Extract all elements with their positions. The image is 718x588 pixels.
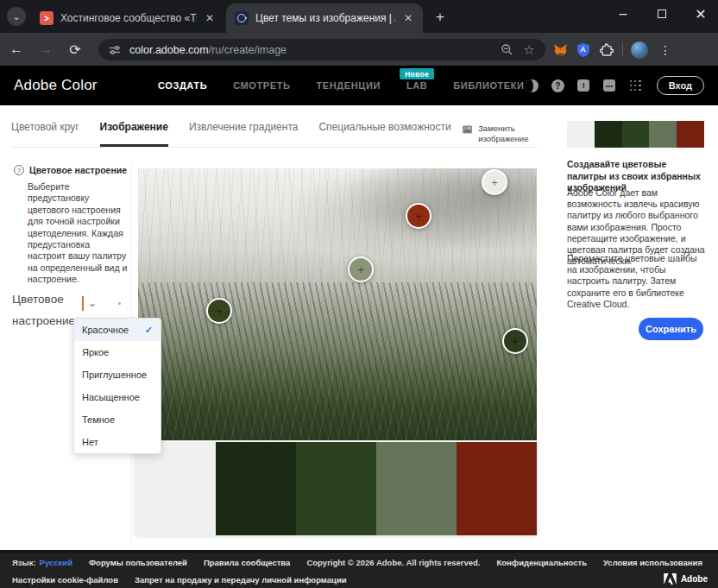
image-icon bbox=[463, 123, 472, 136]
copyright-text: Copyright © 2026 Adobe. All rights reser… bbox=[306, 558, 480, 567]
mood-select[interactable]: ⌄ bbox=[82, 294, 125, 312]
reload-button[interactable]: ⟳ bbox=[62, 36, 88, 62]
color-swatch bbox=[649, 121, 677, 148]
login-button[interactable]: Вход bbox=[657, 76, 704, 95]
nav-item-тенденции[interactable]: ТЕНДЕНЦИИ bbox=[317, 80, 381, 91]
apps-grid-icon[interactable] bbox=[628, 79, 643, 93]
adobe-label: Adobe bbox=[681, 574, 708, 584]
profile-avatar[interactable] bbox=[631, 41, 648, 59]
forward-button[interactable]: → bbox=[33, 36, 59, 62]
dropdown-option[interactable]: Нет bbox=[74, 431, 161, 453]
zoom-out-icon[interactable] bbox=[499, 42, 514, 58]
new-badge: Новое bbox=[400, 68, 434, 79]
back-button[interactable]: ← bbox=[3, 36, 29, 62]
color-puck-marker[interactable]: + bbox=[348, 256, 374, 282]
color-swatch[interactable] bbox=[216, 442, 296, 535]
adobe-color-logo[interactable]: Adobe Color bbox=[14, 77, 98, 94]
question-icon[interactable]: ? bbox=[14, 165, 24, 175]
url-path: /ru/create/image bbox=[209, 44, 287, 56]
help-icon[interactable]: ? bbox=[551, 79, 565, 93]
workspace-tab[interactable]: Цветовой круг bbox=[11, 121, 79, 147]
tab-search-button[interactable]: ⌄ bbox=[7, 7, 26, 26]
browser-tab-active[interactable]: Цвет темы из изображения | A ✕ bbox=[226, 3, 423, 33]
save-button[interactable]: Сохранить bbox=[639, 318, 703, 340]
footer-link[interactable]: Запрет на продажу и передачу личной инфо… bbox=[135, 575, 347, 585]
nav-item-библиотеки[interactable]: БИБЛИОТЕКИ bbox=[453, 80, 524, 91]
dropdown-option[interactable]: Приглушенное bbox=[74, 364, 161, 386]
dropdown-option[interactable]: Темное bbox=[74, 408, 161, 431]
close-tab-icon[interactable]: ✕ bbox=[402, 12, 414, 24]
site-header: Adobe Color СОЗДАТЬСМОТРЕТЬТЕНДЕНЦИИНово… bbox=[0, 66, 718, 105]
chrome-toolbar: ← → ⟳ color.adobe.com/ru/create/image ☆ bbox=[0, 33, 718, 66]
color-swatch bbox=[595, 121, 622, 148]
chrome-tab-strip: ⌄ > Хостинговое сообщество «Tim ✕ Цвет т… bbox=[0, 0, 718, 33]
chrome-menu-icon[interactable]: ⋮ bbox=[656, 43, 675, 57]
right-panel-paragraph-2: Переместите цветовые шайбы на изображени… bbox=[567, 253, 709, 310]
replace-image-label: Заменить изображение bbox=[478, 123, 537, 144]
replace-image-button[interactable]: Заменить изображение bbox=[463, 123, 537, 144]
feedback-icon[interactable]: ! bbox=[576, 79, 591, 93]
maximize-button[interactable] bbox=[644, 0, 680, 28]
maximize-icon bbox=[658, 9, 666, 18]
browser-window: ⌄ > Хостинговое сообщество «Tim ✕ Цвет т… bbox=[0, 0, 718, 588]
color-swatch[interactable] bbox=[296, 442, 376, 535]
shield-extension-icon[interactable] bbox=[576, 42, 591, 58]
footer-row-2: Настройки cookie-файловЗапрет на продажу… bbox=[0, 572, 718, 587]
extensions-puzzle-icon[interactable] bbox=[599, 42, 614, 58]
chevron-down-icon: ⌄ bbox=[88, 297, 97, 309]
language-link[interactable]: Русский bbox=[40, 558, 72, 567]
workspace-tab[interactable]: Извлечение градиента bbox=[189, 121, 299, 147]
new-tab-button[interactable]: + bbox=[430, 7, 450, 28]
focus-caret bbox=[82, 296, 84, 311]
check-icon: ✓ bbox=[145, 325, 153, 336]
color-swatch[interactable] bbox=[376, 442, 457, 535]
bookmark-star-icon[interactable]: ☆ bbox=[521, 42, 537, 58]
extracted-palette bbox=[135, 442, 537, 535]
footer-link[interactable]: Форумы пользователей bbox=[89, 558, 187, 567]
dropdown-option[interactable]: Насыщенное bbox=[74, 386, 161, 408]
footer-link[interactable]: Настройки cookie-файлов bbox=[12, 575, 118, 585]
tab-title: Хостинговое сообщество «Tim bbox=[60, 12, 197, 24]
dropdown-option[interactable]: Красочное✓ bbox=[74, 319, 161, 341]
language-label: Язык:Русский bbox=[12, 558, 72, 567]
chat-icon[interactable]: ••• bbox=[602, 79, 617, 93]
color-puck-marker[interactable]: + bbox=[502, 328, 528, 354]
metamask-extension-icon[interactable] bbox=[552, 42, 568, 58]
nav-item-lab[interactable]: НовоеLAB bbox=[406, 80, 427, 91]
color-swatch[interactable] bbox=[457, 442, 537, 535]
address-bar[interactable]: color.adobe.com/ru/create/image ☆ bbox=[98, 39, 545, 60]
theme-contrast-icon[interactable] bbox=[525, 79, 539, 93]
mood-tooltip-title: Цветовое настроение bbox=[29, 165, 127, 175]
mood-dropdown-menu: Красочное✓ЯркоеПриглушенноеНасыщенноеТем… bbox=[73, 318, 161, 454]
close-window-button[interactable]: ✕ bbox=[683, 0, 718, 28]
footer-link[interactable]: Условия использования bbox=[603, 558, 702, 567]
color-puck-marker[interactable]: + bbox=[206, 298, 232, 324]
nav-item-смотреть[interactable]: СМОТРЕТЬ bbox=[233, 80, 290, 91]
footer-row-1: Язык:Русский Форумы пользователейПравила… bbox=[0, 555, 718, 570]
browser-tab-inactive[interactable]: > Хостинговое сообщество «Tim ✕ bbox=[31, 3, 224, 33]
workspace-tab[interactable]: Специальные возможности bbox=[318, 121, 450, 147]
minimize-button[interactable]: – bbox=[605, 0, 641, 28]
site-nav: СОЗДАТЬСМОТРЕТЬТЕНДЕНЦИИНовоеLABБИБЛИОТЕ… bbox=[158, 66, 525, 105]
mood-tooltip-body: Выберите предустановку цветового настрое… bbox=[28, 181, 129, 286]
timeweb-favicon: > bbox=[40, 11, 54, 25]
tabs-divider bbox=[10, 147, 537, 148]
workspace-tab[interactable]: Изображение bbox=[100, 121, 168, 147]
url-text[interactable]: color.adobe.com/ru/create/image bbox=[129, 44, 492, 56]
site-settings-icon[interactable] bbox=[107, 42, 123, 58]
dropdown-option[interactable]: Яркое bbox=[74, 341, 161, 364]
nav-item-создать[interactable]: СОЗДАТЬ bbox=[158, 80, 207, 91]
mini-palette-preview bbox=[567, 121, 704, 148]
extensions-area: ⋮ bbox=[552, 39, 675, 60]
footer-link[interactable]: Правила сообщества bbox=[204, 558, 290, 567]
color-puck-marker[interactable]: + bbox=[406, 203, 431, 229]
color-swatch[interactable] bbox=[135, 442, 216, 535]
source-image[interactable] bbox=[138, 168, 537, 440]
close-tab-icon[interactable]: ✕ bbox=[204, 12, 216, 24]
color-puck-marker[interactable]: + bbox=[482, 169, 507, 195]
footer-link[interactable]: Конфиденциальность bbox=[496, 558, 587, 567]
adobe-logo: Adobe bbox=[664, 573, 708, 585]
color-swatch bbox=[622, 121, 650, 148]
color-swatch bbox=[567, 121, 595, 148]
header-icons: ? ! ••• Вход bbox=[525, 66, 704, 105]
